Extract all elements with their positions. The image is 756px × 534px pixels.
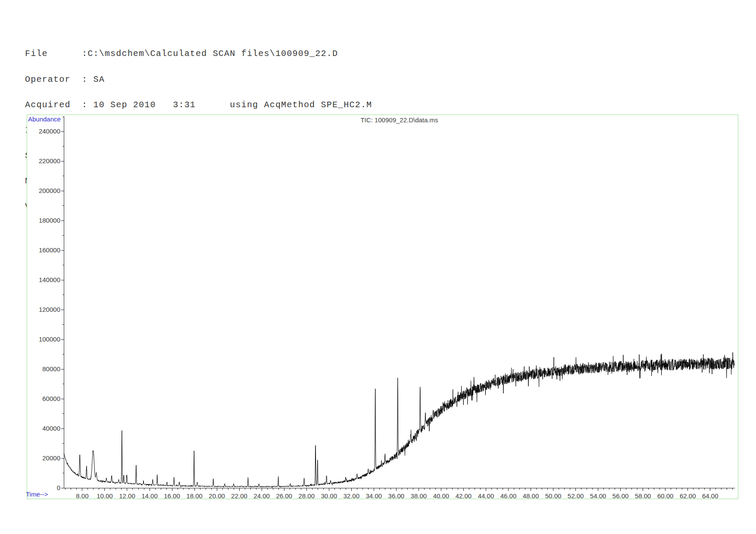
svg-text:62.00: 62.00	[680, 492, 696, 499]
header-line: Operator : SA	[25, 75, 372, 84]
svg-text:120000: 120000	[39, 306, 60, 313]
svg-text:34.00: 34.00	[366, 492, 382, 499]
svg-text:64.00: 64.00	[702, 492, 719, 499]
svg-text:32.00: 32.00	[344, 492, 360, 499]
svg-text:20.00: 20.00	[209, 492, 225, 499]
svg-text:42.00: 42.00	[456, 492, 472, 499]
svg-text:8.00: 8.00	[76, 492, 88, 499]
svg-text:30.00: 30.00	[321, 492, 337, 499]
chromatogram-panel: Abundance TIC: 100909_22.D\data.ms 02000…	[27, 115, 738, 499]
svg-text:200000: 200000	[39, 187, 60, 194]
svg-text:46.00: 46.00	[500, 492, 517, 499]
svg-text:14.00: 14.00	[141, 492, 158, 499]
svg-text:16.00: 16.00	[164, 492, 180, 499]
chart-title: TIC: 100909_22.D\data.ms	[64, 116, 735, 124]
svg-text:28.00: 28.00	[298, 492, 315, 499]
svg-text:20000: 20000	[42, 454, 60, 462]
svg-text:56.00: 56.00	[612, 492, 629, 499]
svg-text:60000: 60000	[42, 395, 60, 402]
svg-text:10.00: 10.00	[97, 492, 113, 499]
svg-text:52.00: 52.00	[568, 492, 584, 499]
svg-text:80000: 80000	[42, 365, 60, 373]
svg-text:26.00: 26.00	[276, 492, 292, 499]
svg-text:44.00: 44.00	[478, 492, 494, 499]
svg-text:40000: 40000	[42, 425, 60, 432]
svg-text:100000: 100000	[39, 335, 60, 343]
svg-text:24.00: 24.00	[253, 492, 270, 499]
header-line: Acquired : 10 Sep 2010 3:31 using AcqMet…	[25, 101, 372, 109]
chromatogram-plot: 0200004000060000800001000001200001400001…	[27, 115, 738, 499]
svg-text:38.00: 38.00	[411, 492, 427, 499]
svg-text:240000: 240000	[39, 127, 60, 135]
svg-text:54.00: 54.00	[590, 492, 606, 499]
y-axis-title: Abundance	[28, 115, 61, 123]
svg-text:50.00: 50.00	[545, 492, 562, 499]
svg-text:48.00: 48.00	[523, 492, 539, 499]
x-axis-title: Time-->	[26, 491, 48, 498]
svg-text:12.00: 12.00	[119, 492, 135, 499]
header-line: File :C:\msdchem\Calculated SCAN files\1…	[25, 50, 372, 58]
svg-text:220000: 220000	[39, 157, 60, 165]
svg-text:160000: 160000	[39, 246, 60, 254]
svg-text:18.00: 18.00	[186, 492, 203, 499]
svg-text:180000: 180000	[39, 217, 60, 224]
svg-text:22.00: 22.00	[231, 492, 247, 499]
svg-text:60.00: 60.00	[657, 492, 674, 499]
svg-text:58.00: 58.00	[635, 492, 651, 499]
svg-text:36.00: 36.00	[388, 492, 405, 499]
svg-text:0: 0	[57, 484, 60, 491]
svg-text:140000: 140000	[39, 276, 60, 283]
svg-text:40.00: 40.00	[433, 492, 450, 499]
